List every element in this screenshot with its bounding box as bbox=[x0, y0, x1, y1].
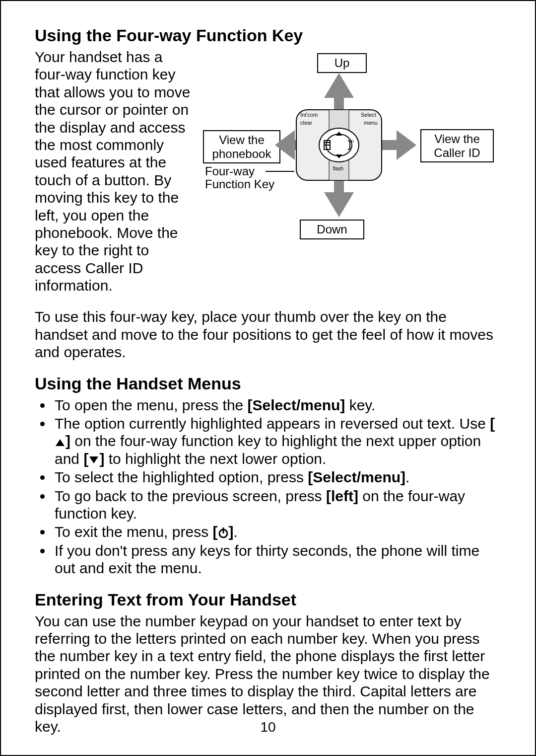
svg-marker-11 bbox=[56, 439, 65, 446]
dpad-top-right-label: Select bbox=[361, 112, 376, 118]
text: . bbox=[405, 469, 409, 485]
manual-page: Using the Four-way Function Key Your han… bbox=[0, 0, 536, 756]
page-number: 10 bbox=[1, 719, 535, 735]
section-heading-entering-text: Entering Text from Your Handset bbox=[35, 590, 501, 609]
diagram-right-label-l1: View the bbox=[434, 132, 480, 146]
text: key. bbox=[345, 397, 375, 413]
dpad-bottom-left-label: clear bbox=[300, 120, 312, 126]
bracket-open: [ bbox=[83, 451, 88, 467]
bracket-close: ] bbox=[66, 433, 70, 449]
diagram-up-label: Up bbox=[317, 53, 367, 73]
four-way-intro-row: Your handset has a four-way function key… bbox=[35, 48, 501, 299]
text: to highlight the next lower option. bbox=[104, 451, 326, 467]
select-menu-key: [Select/menu] bbox=[308, 469, 405, 485]
text: The option currently highlighted appears… bbox=[55, 415, 490, 432]
list-item: To exit the menu, press []. bbox=[53, 523, 501, 540]
function-key-leader-line bbox=[266, 171, 294, 172]
intro-paragraph: Your handset has a four-way function key… bbox=[35, 48, 191, 294]
list-item: To go back to the previous screen, press… bbox=[53, 487, 501, 523]
dpad-top-left-label: Int'com bbox=[300, 112, 318, 118]
four-way-usage-paragraph: To use this four-way key, place your thu… bbox=[35, 308, 501, 361]
text: . bbox=[234, 524, 238, 540]
diagram-right-label-l2: Caller ID bbox=[434, 146, 480, 159]
diagram-down-label: Down bbox=[300, 220, 364, 239]
dpad-flash-label: flash bbox=[333, 166, 343, 171]
diagram-left-label: View the phonebook bbox=[203, 130, 280, 163]
bracket-open: [ bbox=[213, 524, 218, 540]
text: To go back to the previous screen, press bbox=[55, 488, 326, 504]
triangle-down-icon bbox=[88, 455, 99, 464]
diagram-left-label-l1: View the bbox=[219, 133, 265, 147]
bracket-close: ] bbox=[229, 524, 234, 540]
function-key-caption-l1: Four-way bbox=[205, 164, 255, 178]
section-heading-four-way: Using the Four-way Function Key bbox=[35, 26, 501, 45]
four-way-diagram: Up Down View the phonebook View the Call… bbox=[203, 48, 501, 257]
svg-text:ID: ID bbox=[350, 139, 354, 144]
section-handset-menus: Using the Handset Menus To open the menu… bbox=[35, 374, 501, 577]
dpad-icon: ID Int'com clear Select menu flash bbox=[294, 108, 384, 182]
function-key-caption: Four-way Function Key bbox=[205, 165, 274, 191]
left-key: [left] bbox=[326, 488, 358, 504]
function-key-caption-l2: Function Key bbox=[205, 177, 274, 191]
list-item: To open the menu, press the [Select/menu… bbox=[53, 396, 501, 414]
menus-bullet-list: To open the menu, press the [Select/menu… bbox=[35, 396, 501, 577]
dpad-bottom-right-label: menu bbox=[364, 120, 378, 126]
power-key: [] bbox=[213, 524, 234, 540]
text: To open the menu, press the bbox=[55, 397, 248, 413]
power-icon bbox=[218, 527, 229, 539]
bracket-open: [ bbox=[490, 415, 495, 432]
select-menu-key: [Select/menu] bbox=[248, 397, 345, 413]
list-item: To select the highlighted option, press … bbox=[53, 468, 501, 486]
triangle-up-icon bbox=[55, 438, 66, 447]
section-entering-text: Entering Text from Your Handset You can … bbox=[35, 590, 501, 736]
text: To select the highlighted option, press bbox=[55, 469, 308, 485]
down-key: [] bbox=[83, 451, 104, 467]
entering-text-paragraph: You can use the number keypad on your ha… bbox=[35, 612, 501, 736]
list-item: If you don't press any keys for thirty s… bbox=[53, 542, 501, 577]
list-item: The option currently highlighted appears… bbox=[53, 415, 501, 467]
diagram-left-label-l2: phonebook bbox=[212, 147, 271, 160]
text: To exit the menu, press bbox=[55, 524, 213, 540]
svg-marker-12 bbox=[89, 456, 98, 463]
intro-text-column: Your handset has a four-way function key… bbox=[35, 48, 191, 299]
diagram-right-label: View the Caller ID bbox=[420, 129, 494, 162]
section-heading-menus: Using the Handset Menus bbox=[35, 374, 501, 393]
bracket-close: ] bbox=[99, 451, 104, 467]
